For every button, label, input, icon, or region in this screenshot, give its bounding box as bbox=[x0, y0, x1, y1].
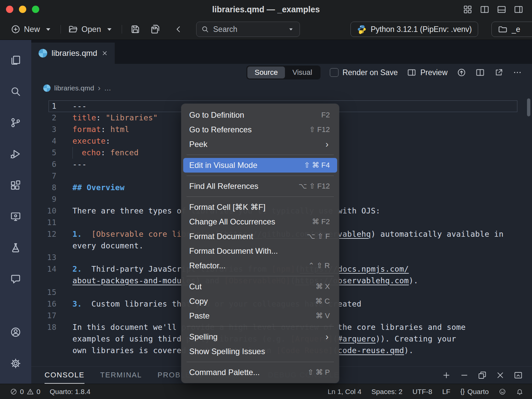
source-mode-button[interactable]: Source bbox=[247, 66, 285, 78]
search-input[interactable]: Search bbox=[196, 22, 300, 37]
menu-item-copy[interactable]: Copy⌘ C bbox=[183, 294, 337, 309]
title-bar: libraries.qmd — _examples bbox=[0, 0, 532, 19]
line-number: 11 bbox=[31, 217, 63, 228]
plus-icon[interactable] bbox=[442, 371, 451, 380]
menu-item-format-cell-k-f[interactable]: Format Cell [⌘K ⌘F] bbox=[183, 200, 337, 214]
activity-account[interactable] bbox=[0, 317, 31, 348]
menu-item-find-all-references[interactable]: Find All References⌥ ⇧ F12 bbox=[183, 179, 337, 194]
secondary-sidebar-button[interactable] bbox=[514, 5, 523, 14]
customize-layout-button[interactable] bbox=[463, 5, 472, 14]
back-icon[interactable] bbox=[174, 25, 183, 34]
save-icon[interactable] bbox=[125, 24, 145, 35]
activity-run-debug[interactable] bbox=[0, 138, 31, 170]
new-label: New bbox=[24, 25, 40, 34]
activity-settings[interactable] bbox=[0, 348, 31, 379]
submenu-chevron-icon: › bbox=[326, 140, 334, 149]
menu-separator bbox=[187, 155, 334, 155]
save-all-icon[interactable] bbox=[145, 24, 165, 35]
activity-chat[interactable] bbox=[0, 263, 31, 295]
activity-extensions[interactable] bbox=[0, 170, 31, 201]
scrollbar-thumb[interactable] bbox=[527, 98, 530, 116]
status-feedback[interactable] bbox=[499, 388, 506, 395]
menu-item-spelling[interactable]: Spelling› bbox=[183, 330, 337, 344]
interpreter-selector[interactable]: Python 3.12.1 (PipEnv: .venv) bbox=[350, 22, 478, 37]
code-text: echo: fenced bbox=[63, 147, 139, 159]
panel-tab-console[interactable]: CONSOLE bbox=[45, 367, 84, 384]
menu-item-command-palette[interactable]: Command Palette...⇧ ⌘ P bbox=[183, 365, 337, 380]
python-icon bbox=[357, 24, 367, 34]
activity-search[interactable] bbox=[0, 76, 31, 107]
status-notifications[interactable] bbox=[516, 388, 523, 395]
line-number: 9 bbox=[31, 194, 63, 205]
restore-icon[interactable] bbox=[478, 371, 487, 380]
close-tab-icon[interactable] bbox=[101, 50, 108, 57]
line-number: 4 bbox=[31, 135, 63, 147]
preview-button[interactable]: Preview bbox=[407, 68, 448, 77]
run-debug-icon bbox=[10, 148, 21, 160]
status-problems[interactable]: 00 bbox=[10, 388, 40, 396]
activity-preview[interactable] bbox=[0, 201, 31, 232]
menu-item-refactor[interactable]: Refactor...⌃ ⇧ R bbox=[183, 258, 337, 273]
line-number: 3 bbox=[31, 124, 63, 135]
add-circle-icon bbox=[11, 24, 21, 34]
status-bar-left: 00Quarto: 1.8.4 bbox=[10, 388, 90, 396]
minimize-button[interactable] bbox=[19, 6, 26, 13]
status-language-mode[interactable]: {}Quarto bbox=[460, 388, 489, 396]
status-indentation[interactable]: Spaces: 2 bbox=[371, 388, 402, 396]
activity-files[interactable] bbox=[0, 45, 31, 76]
menu-item-go-to-references[interactable]: Go to References⇧ F12 bbox=[183, 122, 337, 137]
status-bar: 00Quarto: 1.8.4 Ln 1, Col 4Spaces: 2UTF-… bbox=[0, 384, 532, 399]
tab-libraries-qmd[interactable]: libraries.qmd bbox=[31, 43, 115, 64]
split-editor-icon[interactable] bbox=[475, 68, 485, 77]
panel-button[interactable] bbox=[497, 5, 506, 14]
status-encoding[interactable]: UTF-8 bbox=[412, 388, 432, 396]
open-button[interactable]: Open bbox=[64, 24, 118, 34]
menu-item-format-document[interactable]: Format Document⌥ ⇧ F bbox=[183, 229, 337, 244]
more-actions-icon[interactable] bbox=[513, 68, 522, 77]
activity-testing[interactable] bbox=[0, 232, 31, 263]
breadcrumb-file[interactable]: libraries.qmd bbox=[54, 84, 94, 92]
menu-item-peek[interactable]: Peek› bbox=[183, 137, 337, 152]
quarto-icon bbox=[43, 84, 51, 92]
close-button[interactable] bbox=[6, 6, 13, 13]
breadcrumb[interactable]: libraries.qmd › … bbox=[31, 81, 532, 95]
workspace-label: _e bbox=[512, 25, 520, 34]
panel-tab-terminal[interactable]: TERMINAL bbox=[100, 367, 142, 384]
render-on-save-checkbox[interactable] bbox=[330, 68, 338, 77]
panel-actions bbox=[442, 371, 523, 380]
activity-bar bbox=[0, 40, 31, 384]
breadcrumb-separator: › bbox=[98, 83, 100, 93]
render-icon[interactable] bbox=[457, 68, 466, 77]
workspace-selector[interactable]: _e bbox=[491, 22, 532, 37]
code-text bbox=[63, 170, 72, 182]
tab-label: libraries.qmd bbox=[52, 49, 97, 58]
maximize-panel-icon[interactable] bbox=[514, 371, 523, 380]
menu-item-go-to-definition[interactable]: Go to DefinitionF2 bbox=[183, 108, 337, 122]
activity-source-control[interactable] bbox=[0, 107, 31, 138]
menu-item-format-document-with[interactable]: Format Document With... bbox=[183, 244, 337, 258]
app-window: libraries.qmd — _examples New Open Searc… bbox=[0, 0, 532, 399]
render-on-save-option: Render on Save bbox=[330, 68, 398, 77]
settings-icon bbox=[10, 358, 21, 369]
menu-item-cut[interactable]: Cut⌘ X bbox=[183, 279, 337, 294]
close-icon[interactable] bbox=[496, 371, 505, 380]
line-number bbox=[31, 240, 63, 252]
chevron-down-icon bbox=[43, 24, 53, 34]
menu-item-show-spelling-issues[interactable]: Show Spelling Issues bbox=[183, 344, 337, 359]
context-menu: Go to DefinitionF2Go to References⇧ F12P… bbox=[181, 104, 339, 383]
status-quarto-version[interactable]: Quarto: 1.8.4 bbox=[50, 388, 90, 396]
status-cursor-position[interactable]: Ln 1, Col 4 bbox=[328, 388, 361, 396]
activity-bar-bottom bbox=[0, 317, 31, 384]
split-editor-button[interactable] bbox=[480, 5, 489, 14]
minimize-icon[interactable] bbox=[460, 371, 469, 380]
breadcrumb-ellipsis[interactable]: … bbox=[104, 84, 111, 92]
menu-item-change-all-occurrences[interactable]: Change All Occurrences⌘ F2 bbox=[183, 214, 337, 229]
menu-item-paste[interactable]: Paste⌘ V bbox=[183, 309, 337, 323]
open-external-icon[interactable] bbox=[494, 68, 503, 77]
new-button[interactable]: New bbox=[7, 24, 57, 34]
chevron-down-icon bbox=[287, 25, 295, 33]
status-eol[interactable]: LF bbox=[442, 388, 451, 396]
visual-mode-button[interactable]: Visual bbox=[285, 66, 320, 78]
zoom-button[interactable] bbox=[32, 6, 39, 13]
menu-item-edit-in-visual-mode[interactable]: Edit in Visual Mode⇧ ⌘ F4 bbox=[183, 158, 337, 173]
